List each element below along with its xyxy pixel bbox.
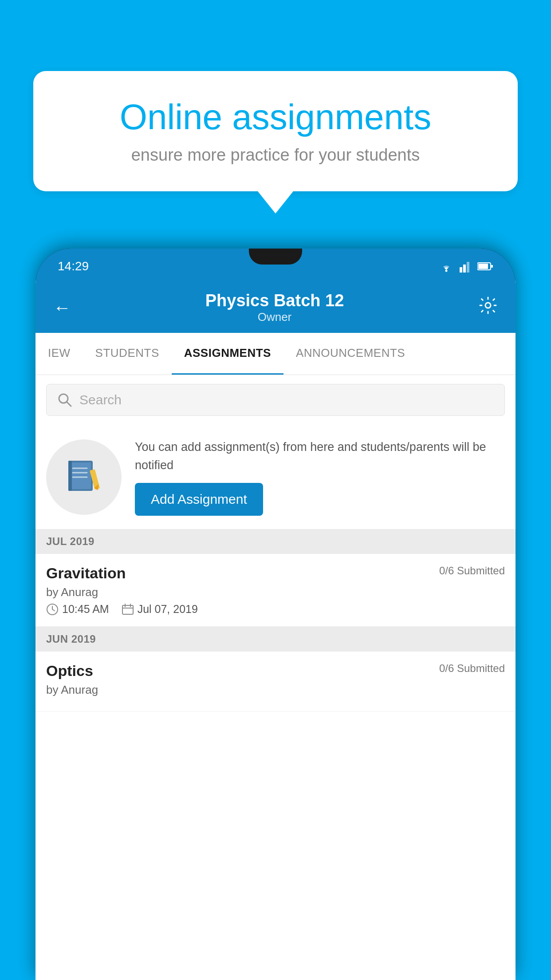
- speech-bubble: Online assignments ensure more practice …: [33, 71, 518, 191]
- svg-line-9: [67, 402, 71, 406]
- assignment-gravitation-author: by Anurag: [46, 585, 505, 599]
- add-assignment-desc: You can add assignment(s) from here and …: [135, 438, 505, 474]
- assignment-gravitation[interactable]: Gravitation 0/6 Submitted by Anurag 10:4…: [35, 554, 516, 627]
- back-button[interactable]: ←: [53, 298, 71, 318]
- svg-rect-2: [463, 265, 466, 273]
- assignment-gravitation-time: 10:45 AM: [46, 603, 109, 616]
- tab-assignments[interactable]: ASSIGNMENTS: [172, 333, 283, 375]
- svg-line-20: [52, 609, 55, 611]
- battery-icon: [477, 262, 493, 271]
- section-jun-2019: JUN 2019: [35, 627, 516, 652]
- assignment-gravitation-date: Jul 07, 2019: [122, 603, 198, 616]
- svg-rect-21: [122, 605, 133, 614]
- tabs-container: IEW STUDENTS ASSIGNMENTS ANNOUNCEMENTS: [35, 333, 516, 375]
- assignment-gravitation-meta: 10:45 AM Jul 07, 2019: [46, 603, 505, 616]
- assignment-optics-header: Optics 0/6 Submitted: [46, 662, 505, 680]
- search-bar[interactable]: Search: [46, 384, 505, 416]
- notebook-icon: [64, 457, 104, 497]
- svg-point-0: [445, 270, 448, 272]
- wifi-icon: [438, 260, 454, 273]
- clock-icon: [46, 603, 59, 616]
- svg-rect-1: [460, 267, 462, 273]
- gravitation-date-text: Jul 07, 2019: [138, 603, 198, 616]
- svg-rect-6: [491, 265, 493, 268]
- assignment-gravitation-name: Gravitation: [46, 565, 126, 582]
- app-header: ← Physics Batch 12 Owner: [35, 281, 516, 333]
- svg-rect-12: [68, 461, 72, 491]
- header-title: Physics Batch 12: [205, 291, 344, 310]
- section-jul-2019: JUL 2019: [35, 529, 516, 554]
- section-jun-label: JUN 2019: [46, 633, 96, 645]
- tab-students[interactable]: STUDENTS: [83, 333, 172, 375]
- settings-icon[interactable]: [478, 296, 498, 320]
- bubble-title: Online assignments: [64, 98, 487, 137]
- tab-announcements[interactable]: ANNOUNCEMENTS: [283, 333, 417, 375]
- assignment-gravitation-header: Gravitation 0/6 Submitted: [46, 565, 505, 582]
- phone-content: ← Physics Batch 12 Owner IEW STUDENTS AS…: [35, 281, 516, 980]
- status-bar: 14:29: [35, 249, 516, 284]
- speech-bubble-container: Online assignments ensure more practice …: [33, 71, 518, 213]
- svg-rect-5: [478, 264, 488, 269]
- speech-bubble-arrow: [258, 191, 293, 213]
- notebook-circle: [46, 439, 122, 515]
- calendar-icon: [122, 603, 134, 616]
- assignment-optics-name: Optics: [46, 662, 93, 680]
- status-icons: [438, 260, 493, 273]
- search-bar-container: Search: [35, 375, 516, 425]
- svg-point-7: [485, 303, 491, 308]
- bubble-subtitle: ensure more practice for your students: [64, 146, 487, 165]
- assignment-optics-author: by Anurag: [46, 683, 505, 697]
- signal-icon: [460, 260, 472, 273]
- add-assignment-right: You can add assignment(s) from here and …: [135, 438, 505, 516]
- add-assignment-area: You can add assignment(s) from here and …: [35, 425, 516, 529]
- assignment-optics-submitted: 0/6 Submitted: [439, 662, 505, 675]
- gravitation-time-text: 10:45 AM: [62, 603, 109, 616]
- svg-rect-3: [467, 262, 469, 273]
- header-center: Physics Batch 12 Owner: [205, 291, 344, 324]
- add-assignment-button[interactable]: Add Assignment: [135, 483, 263, 516]
- search-placeholder: Search: [79, 392, 122, 407]
- section-jul-label: JUL 2019: [46, 535, 94, 547]
- screen-content: Search: [35, 375, 516, 980]
- assignment-optics[interactable]: Optics 0/6 Submitted by Anurag: [35, 652, 516, 711]
- svg-rect-11: [70, 462, 91, 489]
- notch: [249, 249, 302, 265]
- header-subtitle: Owner: [205, 310, 344, 324]
- phone-frame: 14:29 ←: [35, 249, 516, 980]
- assignment-gravitation-submitted: 0/6 Submitted: [439, 565, 505, 577]
- search-icon: [57, 392, 72, 407]
- status-time: 14:29: [58, 259, 89, 273]
- tab-iew[interactable]: IEW: [35, 333, 83, 375]
